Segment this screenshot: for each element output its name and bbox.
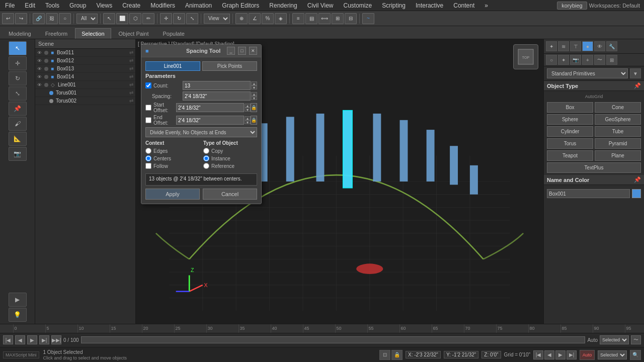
sidebar-measure-icon[interactable]: 📐 — [9, 132, 27, 146]
start-down[interactable]: ▼ — [245, 108, 251, 112]
obj-box-btn[interactable]: Box — [547, 102, 593, 113]
move-btn[interactable]: ✛ — [160, 13, 172, 24]
tl-prev-key[interactable]: |◀ — [3, 335, 13, 344]
dialog-restore-btn[interactable]: □ — [238, 47, 246, 55]
move-icon[interactable]: ⇄ — [129, 66, 133, 71]
viewport-canvas[interactable]: X Z [ Perspective ] [Standard] [Default … — [136, 39, 543, 324]
line-pick-btn[interactable]: Line001 — [145, 61, 200, 71]
edges-radio[interactable] — [145, 148, 151, 154]
centers-radio[interactable] — [145, 155, 151, 161]
tl-prev-frame[interactable]: ◀ — [15, 335, 25, 344]
sidebar-select-icon[interactable]: ↖ — [9, 41, 27, 55]
sidebar-paint-icon[interactable]: 🖌 — [9, 117, 27, 131]
sidebar-move-icon[interactable]: ✛ — [9, 56, 27, 70]
obj-cylinder-btn[interactable]: Cylinder — [547, 126, 593, 137]
link-btn[interactable]: 🔗 — [33, 13, 45, 24]
spacing-down[interactable]: ▼ — [251, 96, 257, 100]
pick-points-btn[interactable]: Pick Points — [202, 61, 257, 71]
user-badge[interactable]: korybieg — [557, 2, 587, 10]
spinner-snap-btn[interactable]: ◈ — [275, 13, 287, 24]
start-offset-checkbox[interactable] — [145, 105, 151, 111]
helper-icon-btn[interactable]: + — [582, 55, 593, 65]
tab-selection[interactable]: Selection — [75, 28, 111, 39]
spacing-input[interactable] — [183, 92, 251, 101]
end-down[interactable]: ▼ — [245, 120, 251, 124]
menu-rendering[interactable]: Rendering — [264, 1, 302, 10]
end-offset-checkbox[interactable] — [145, 117, 151, 123]
vis-icon[interactable]: 👁 — [37, 74, 42, 79]
spacing-up[interactable]: ▲ — [251, 92, 257, 96]
align-btn[interactable]: ≡ — [292, 13, 304, 24]
vis-icon[interactable]: 👁 — [37, 82, 42, 87]
move-icon[interactable]: ⇄ — [129, 90, 133, 96]
menu-edit[interactable]: Edit — [20, 1, 40, 10]
pb-btn4[interactable]: ▶| — [567, 350, 577, 359]
selected-dropdown[interactable]: Selected — [600, 335, 629, 344]
sidebar-light-icon[interactable]: 💡 — [9, 308, 27, 322]
name-input[interactable] — [547, 189, 630, 198]
pb-btn2[interactable]: ◀ — [544, 350, 554, 359]
tl-play[interactable]: ▶ — [27, 335, 37, 344]
camera-icon-btn[interactable]: 📷 — [570, 55, 581, 65]
dialog-close-btn[interactable]: ✕ — [249, 47, 257, 55]
select-region-btn[interactable]: ⬜ — [116, 13, 128, 24]
count-input[interactable] — [183, 81, 251, 90]
tab-populate[interactable]: Populate — [156, 28, 191, 39]
mirror-btn[interactable]: ⟺ — [318, 13, 331, 24]
view-dropdown[interactable]: View — [204, 14, 230, 24]
scene-item-box013[interactable]: 👁 ■ Box013 ⇄ — [35, 65, 135, 73]
mini-curve-btn[interactable]: 〜 — [631, 335, 641, 344]
menu-group[interactable]: Group — [64, 1, 91, 10]
unlink-btn[interactable]: ⛓ — [46, 13, 58, 24]
pb-btn1[interactable]: |◀ — [533, 350, 543, 359]
menu-graph-editors[interactable]: Graph Editors — [217, 1, 264, 10]
primitives-select[interactable]: Standard Primitives — [547, 68, 628, 78]
scene-item-line001[interactable]: 👁 ◇ Line001 ⇄ — [35, 81, 135, 89]
menu-civil-view[interactable]: Civil View — [302, 1, 339, 10]
primitives-dropdown-arrow[interactable]: ▼ — [630, 68, 641, 78]
select-btn[interactable]: ↖ — [103, 13, 115, 24]
dialog-minimize-btn[interactable]: _ — [227, 47, 235, 55]
vis-icon[interactable]: 👁 — [37, 50, 42, 55]
modify-icon-btn[interactable]: ≋ — [558, 41, 569, 51]
menu-content[interactable]: Content — [448, 1, 479, 10]
layer-btn[interactable]: ▤ — [305, 13, 317, 24]
move-icon[interactable]: ⇄ — [129, 74, 133, 79]
obj-textplus-btn[interactable]: TextPlus — [547, 162, 641, 173]
obj-cone-btn[interactable]: Cone — [595, 102, 641, 113]
menu-more[interactable]: » — [479, 1, 493, 10]
array-btn[interactable]: ⊞ — [332, 13, 344, 24]
search-btn[interactable]: 🔍 — [630, 350, 641, 360]
tab-freeform[interactable]: Freeform — [39, 28, 74, 39]
menu-file[interactable]: File — [0, 1, 20, 10]
instance-radio[interactable] — [203, 155, 209, 161]
selection-filter-dropdown[interactable]: All — [76, 14, 98, 24]
sidebar-rotate-icon[interactable]: ↻ — [9, 71, 27, 85]
tl-next-key[interactable]: ▶▶| — [51, 335, 61, 344]
select-lasso-btn[interactable]: ⬡ — [129, 13, 141, 24]
vis-icon[interactable]: 👁 — [37, 58, 42, 63]
sidebar-scale-icon[interactable]: ⤡ — [9, 86, 27, 101]
nav-cube[interactable]: TOP — [513, 44, 538, 69]
object-type-section-header[interactable]: Object Type 📌 — [544, 81, 644, 91]
count-checkbox[interactable] — [145, 82, 151, 88]
sidebar-cam-icon[interactable]: 📷 — [9, 147, 27, 161]
angle-snap-btn[interactable]: ∠ — [249, 13, 261, 24]
vis-icon[interactable]: 👁 — [37, 66, 42, 71]
end-up[interactable]: ▲ — [245, 116, 251, 120]
start-offset-input[interactable] — [176, 103, 244, 112]
select-paint-btn[interactable]: ✏ — [142, 13, 154, 24]
count-down[interactable]: ▼ — [251, 85, 257, 89]
coord-icon1[interactable]: ⊡ — [379, 350, 390, 360]
pb-btn3[interactable]: ▶ — [555, 350, 566, 359]
tab-object-paint[interactable]: Object Paint — [112, 28, 155, 39]
obj-sphere-btn[interactable]: Sphere — [547, 114, 593, 125]
scene-item-box011[interactable]: 👁 ■ Box011 ⇄ — [35, 49, 135, 57]
obj-teapot-btn[interactable]: Teapot — [547, 150, 593, 161]
scene-item-torus002[interactable]: Torus002 ⇄ — [35, 97, 135, 105]
undo-btn[interactable]: ↩ — [2, 13, 14, 24]
viewport[interactable]: X Z [ Perspective ] [Standard] [Default … — [136, 39, 543, 324]
sidebar-place-icon[interactable]: 📌 — [9, 102, 27, 116]
redo-btn[interactable]: ↪ — [15, 13, 27, 24]
obj-pyramid-btn[interactable]: Pyramid — [595, 138, 641, 149]
